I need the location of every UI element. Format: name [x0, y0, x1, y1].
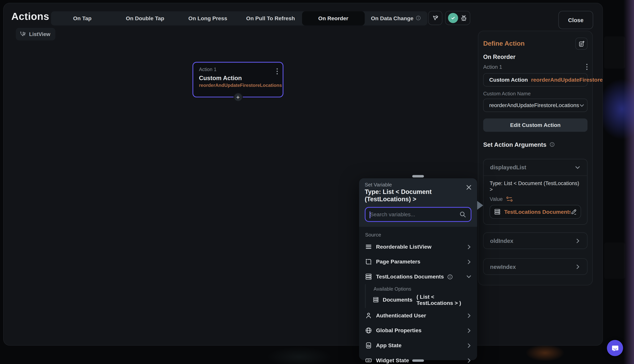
search-input[interactable] [370, 212, 459, 218]
chevron-right-icon [466, 342, 472, 348]
source-item-widget-state[interactable]: -2+ Widget State [364, 353, 472, 364]
globe-icon [364, 327, 372, 334]
value-label: Value [490, 196, 503, 202]
chevron-right-icon [466, 358, 472, 363]
drag-handle[interactable] [412, 360, 424, 362]
action-node-name: reorderAndUpdateFirestoreLocations [199, 83, 277, 88]
drag-handle[interactable] [412, 175, 424, 178]
document-plus-icon [578, 40, 585, 47]
source-item-page-parameters[interactable]: Page Parameters [364, 254, 472, 269]
close-button[interactable]: Close [558, 11, 593, 29]
tab-on-long-press[interactable]: On Long Press [176, 11, 239, 26]
tab-on-double-tap[interactable]: On Double Tap [114, 11, 176, 26]
tab-label: On Data Change [371, 16, 414, 22]
action-node[interactable]: Action 1 Custom Action reorderAndUpdateF… [192, 62, 284, 98]
app-state-icon [364, 342, 372, 349]
info-icon [447, 274, 453, 280]
page-parameters-icon [364, 258, 372, 265]
source-item-label: App State [376, 342, 466, 348]
tab-label: On Tap [73, 16, 92, 22]
popup-source-list: Source Reorderable ListView Pag [359, 227, 477, 364]
chevron-right-icon [575, 264, 581, 269]
chevron-down-icon [579, 102, 585, 108]
source-item-reorderable-listview[interactable]: Reorderable ListView [364, 240, 472, 254]
add-action-button[interactable]: + [233, 93, 242, 102]
tab-on-reorder[interactable]: On Reorder [302, 11, 365, 26]
chevron-right-icon [466, 259, 472, 264]
set-action-arguments-title: Set Action Arguments [483, 141, 546, 148]
chat-bubble-button[interactable] [607, 340, 623, 356]
database-icon [364, 273, 372, 280]
background-blue-glow [598, 79, 634, 140]
widget-chip-listview[interactable]: ListView [16, 28, 55, 40]
option-documents[interactable]: Documents ( List < TestLocations > ) [373, 293, 472, 306]
source-item-label: Reorderable ListView [376, 244, 466, 250]
search-box [365, 207, 472, 222]
tab-label: On Double Tap [126, 16, 164, 22]
database-icon [494, 208, 501, 215]
chevron-right-icon [466, 244, 472, 250]
action-label: Action 1 [483, 64, 502, 70]
source-item-text: TestLocations Documents [376, 274, 444, 280]
tab-on-data-change[interactable]: On Data Change [365, 11, 428, 26]
text-caret [370, 212, 370, 218]
argument-card-newindex[interactable]: newIndex [483, 258, 588, 275]
popup-header: Set Variable Type: List < Document (Test… [359, 178, 477, 227]
info-icon [550, 142, 555, 147]
source-item-global-properties[interactable]: Global Properties [364, 323, 472, 338]
trigger-tabbar: On Tap On Double Tap On Long Press On Pu… [51, 11, 427, 26]
argument-name: displayedList [490, 164, 526, 171]
action-node-title: Custom Action [199, 74, 277, 81]
custom-action-name-label: Custom Action Name [483, 91, 588, 96]
action-index-label: Action 1 [199, 67, 277, 72]
source-item-app-state[interactable]: App State [364, 338, 472, 353]
custom-action-name-dropdown[interactable]: reorderAndUpdateFirestoreLocations [483, 98, 588, 112]
chevron-down-icon [574, 164, 580, 170]
set-variable-popup: Set Variable Type: List < Document (Test… [359, 178, 477, 360]
tab-on-tap[interactable]: On Tap [51, 11, 114, 26]
flow-arrows-icon [431, 14, 439, 22]
background-blur-row [604, 242, 625, 279]
page-title: Actions [11, 10, 49, 22]
source-item-authenticated-user[interactable]: Authenticated User [364, 308, 472, 323]
source-item-testlocations-documents[interactable]: TestLocations Documents [364, 269, 472, 284]
summary-name: reorderAndUpdateFirestoreLocations [531, 77, 603, 83]
widget-state-icon: -2+ [364, 357, 372, 364]
panel-title: Define Action [483, 40, 524, 48]
source-section-label: Source [365, 232, 472, 238]
chevron-right-icon [466, 328, 472, 333]
background-blur-row [604, 36, 625, 69]
background-orange-glow [526, 344, 564, 361]
edit-custom-action-button[interactable]: Edit Custom Action [483, 118, 588, 132]
user-icon [364, 312, 372, 319]
popup-pointer-arrow [477, 201, 483, 210]
background-teal-glow [267, 347, 332, 364]
test-flow-button[interactable] [428, 11, 442, 25]
info-icon [416, 15, 421, 22]
action-summary-box[interactable]: Custom Action reorderAndUpdateFirestoreL… [483, 73, 588, 86]
tab-label: On Pull To Refresh [246, 16, 295, 22]
kebab-menu-icon[interactable] [277, 68, 278, 74]
edit-pencil-icon[interactable] [570, 209, 576, 215]
chevron-right-icon [466, 312, 472, 318]
variable-sliders-icon [506, 196, 513, 202]
argument-type: Type: List < Document (TestLocations) > [490, 180, 581, 192]
popup-kicker: Set Variable [365, 182, 472, 188]
chevron-right-icon [575, 238, 581, 244]
argument-header[interactable]: displayedList [484, 159, 587, 176]
kebab-menu-icon[interactable] [586, 64, 588, 70]
tab-on-pull-to-refresh[interactable]: On Pull To Refresh [239, 11, 302, 26]
close-icon[interactable] [466, 184, 472, 190]
bug-icon[interactable] [460, 14, 467, 22]
argument-value-field[interactable]: TestLocations Documents [490, 205, 581, 218]
argument-card-oldindex[interactable]: oldIndex [483, 232, 588, 249]
check-circle-icon[interactable] [448, 13, 458, 23]
database-icon [373, 297, 379, 303]
argument-name: oldIndex [490, 238, 514, 244]
copy-actions-button[interactable] [576, 38, 588, 50]
debug-toggle-group[interactable] [445, 11, 470, 25]
tab-label: On Long Press [188, 16, 227, 22]
search-icon [459, 211, 466, 218]
argument-value: TestLocations Documents [504, 209, 570, 215]
argument-card-displayedlist: displayedList Type: List < Document (Tes… [483, 159, 588, 225]
